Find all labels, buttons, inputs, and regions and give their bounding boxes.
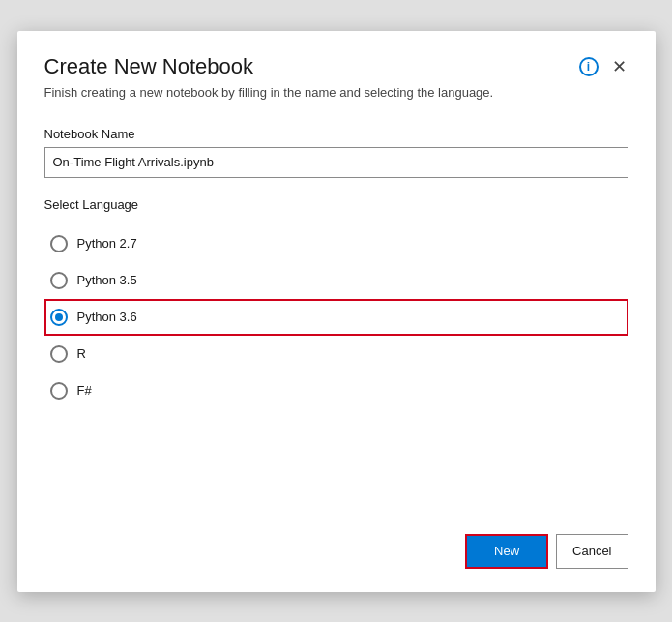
create-notebook-dialog: Create New Notebook Finish creating a ne…	[17, 31, 656, 592]
notebook-name-input[interactable]	[44, 147, 628, 178]
radio-python27[interactable]: Python 2.7	[44, 225, 628, 262]
radio-python36[interactable]: Python 3.6	[44, 299, 628, 336]
language-label: Select Language	[44, 197, 628, 212]
radio-r[interactable]: R	[44, 336, 628, 372]
cancel-button[interactable]: Cancel	[556, 534, 628, 569]
radio-input-r	[50, 345, 68, 363]
close-icon[interactable]: ✕	[610, 56, 628, 77]
radio-fsharp[interactable]: F#	[44, 372, 628, 409]
new-button[interactable]: New	[465, 534, 548, 569]
dialog-footer: New Cancel	[44, 534, 628, 569]
radio-python35[interactable]: Python 3.5	[44, 262, 628, 299]
info-icon[interactable]: i	[579, 57, 599, 76]
notebook-name-label: Notebook Name	[44, 127, 628, 141]
language-radio-group: Python 2.7 Python 3.5 Python 3.6 R F#	[44, 225, 628, 409]
radio-input-python27	[50, 235, 68, 252]
dialog-header: Create New Notebook Finish creating a ne…	[44, 54, 628, 100]
radio-label-fsharp: F#	[77, 383, 92, 398]
radio-input-python36	[50, 309, 68, 326]
dialog-title-area: Create New Notebook Finish creating a ne…	[44, 54, 579, 100]
radio-label-python27: Python 2.7	[77, 236, 137, 251]
dialog-subtitle: Finish creating a new notebook by fillin…	[44, 85, 579, 100]
radio-label-r: R	[77, 346, 86, 361]
radio-label-python35: Python 3.5	[77, 273, 137, 287]
dialog-icons: i ✕	[579, 56, 628, 77]
radio-input-fsharp	[50, 382, 68, 400]
radio-label-python36: Python 3.6	[77, 310, 137, 324]
dialog-title: Create New Notebook	[44, 54, 579, 79]
form-section: Notebook Name Select Language Python 2.7…	[44, 127, 628, 511]
language-section: Select Language Python 2.7 Python 3.5 Py…	[44, 197, 628, 409]
radio-input-python35	[50, 272, 68, 289]
